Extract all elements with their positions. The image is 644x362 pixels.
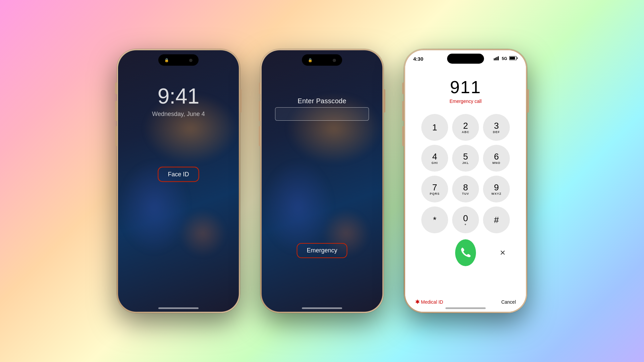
key-4-sub: GHI	[431, 161, 438, 165]
key-3-num: 3	[494, 121, 499, 130]
key-3-sub: DEF	[493, 130, 500, 134]
face-id-button[interactable]: Face ID	[158, 167, 199, 182]
key-3[interactable]: 3 DEF	[483, 114, 510, 141]
key-hash-num: #	[494, 216, 499, 224]
home-indicator-3	[445, 307, 486, 309]
key-6-sub: MNO	[492, 161, 500, 165]
call-row-spacer	[418, 239, 439, 266]
key-5-num: 5	[463, 152, 468, 161]
phone2-bg-blur	[262, 50, 382, 312]
svg-rect-0	[494, 58, 495, 60]
bottom-row: ✱ Medical ID Cancel	[405, 299, 526, 305]
phone1-outer: 🔒 ◎ 9:41 Wednesday, June 4 Face ID	[117, 49, 240, 313]
phone3-outer: 4:30 5G	[404, 49, 527, 313]
key-7-num: 7	[432, 183, 437, 192]
cancel-button[interactable]: Cancel	[501, 299, 516, 305]
key-7-sub: PQRS	[430, 192, 440, 195]
home-indicator-1	[158, 307, 199, 309]
svg-rect-5	[517, 57, 518, 59]
phone3-screen: 4:30 5G	[405, 50, 526, 312]
key-9-sub: WXYZ	[491, 192, 501, 195]
svg-rect-1	[495, 58, 496, 60]
status-bar: 4:30 5G	[405, 50, 526, 67]
phone1-screen: 🔒 ◎ 9:41 Wednesday, June 4 Face ID	[118, 50, 239, 312]
medical-star-icon: ✱	[415, 299, 420, 305]
key-8[interactable]: 8 TUV	[452, 176, 479, 202]
call-button[interactable]	[455, 239, 476, 266]
svg-rect-6	[510, 57, 515, 60]
battery-icon	[509, 56, 518, 61]
home-indicator-2	[302, 307, 342, 309]
delete-icon: ×	[500, 247, 505, 258]
key-6[interactable]: 6 MNO	[483, 145, 510, 172]
key-4-num: 4	[432, 152, 437, 161]
key-6-num: 6	[494, 152, 499, 161]
key-8-sub: TUV	[462, 192, 469, 195]
key-5[interactable]: 5 JKL	[452, 145, 479, 172]
key-1-num: 1	[432, 123, 437, 132]
network-type: 5G	[502, 56, 507, 61]
key-2[interactable]: 2 ABC	[452, 114, 479, 141]
enter-passcode-title: Enter Passcode	[262, 97, 382, 105]
di2-camera-icon: ◎	[333, 58, 336, 62]
lock-time: 9:41	[158, 84, 200, 109]
key-9-num: 9	[494, 183, 499, 192]
emergency-button[interactable]: Emergency	[297, 243, 347, 258]
key-0-num: 0	[463, 214, 468, 223]
dynamic-island-2: 🔒 ◎	[302, 54, 342, 66]
lock-date: Wednesday, June 4	[152, 111, 205, 118]
dynamic-island-1: 🔒 ◎	[158, 54, 199, 66]
delete-button[interactable]: ×	[492, 239, 513, 266]
phone-icon	[460, 246, 471, 260]
medical-id-button[interactable]: ✱ Medical ID	[415, 299, 443, 305]
key-4[interactable]: 4 GHI	[421, 145, 448, 172]
di-lock-icon: 🔒	[164, 58, 169, 62]
dialer-content: 911 Emergency call 1 2 ABC 3 DEF 4 GHI	[405, 67, 526, 312]
dynamic-island-3	[447, 54, 484, 64]
key-0[interactable]: 0 +	[452, 206, 479, 233]
phone2-screen: 🔒 ◎ Enter Passcode Emergency	[262, 50, 382, 312]
svg-rect-2	[496, 57, 497, 60]
key-2-num: 2	[463, 121, 468, 130]
di-camera-icon: ◎	[189, 58, 193, 62]
status-icons: 5G	[494, 56, 518, 61]
status-time: 4:30	[413, 56, 423, 62]
key-star[interactable]: *	[421, 206, 448, 233]
key-9[interactable]: 9 WXYZ	[483, 176, 510, 202]
key-0-sub: +	[465, 223, 467, 226]
key-2-sub: ABC	[462, 130, 470, 134]
key-7[interactable]: 7 PQRS	[421, 176, 448, 202]
passcode-input[interactable]	[275, 107, 369, 121]
keypad: 1 2 ABC 3 DEF 4 GHI 5 JKL	[421, 114, 510, 233]
key-8-num: 8	[463, 183, 468, 192]
key-5-sub: JKL	[462, 161, 469, 165]
key-star-num: *	[433, 216, 436, 224]
key-1[interactable]: 1	[421, 114, 448, 141]
dialer-number: 911	[450, 77, 481, 97]
call-row: ×	[418, 239, 513, 266]
dialer-subtitle: Emergency call	[449, 99, 482, 104]
key-hash[interactable]: #	[483, 206, 510, 233]
di2-lock-icon: 🔒	[308, 58, 313, 62]
phone2-outer: 🔒 ◎ Enter Passcode Emergency	[260, 49, 384, 313]
medical-id-label: Medical ID	[421, 299, 443, 305]
signal-bars-icon	[494, 56, 500, 61]
svg-rect-3	[498, 56, 499, 60]
